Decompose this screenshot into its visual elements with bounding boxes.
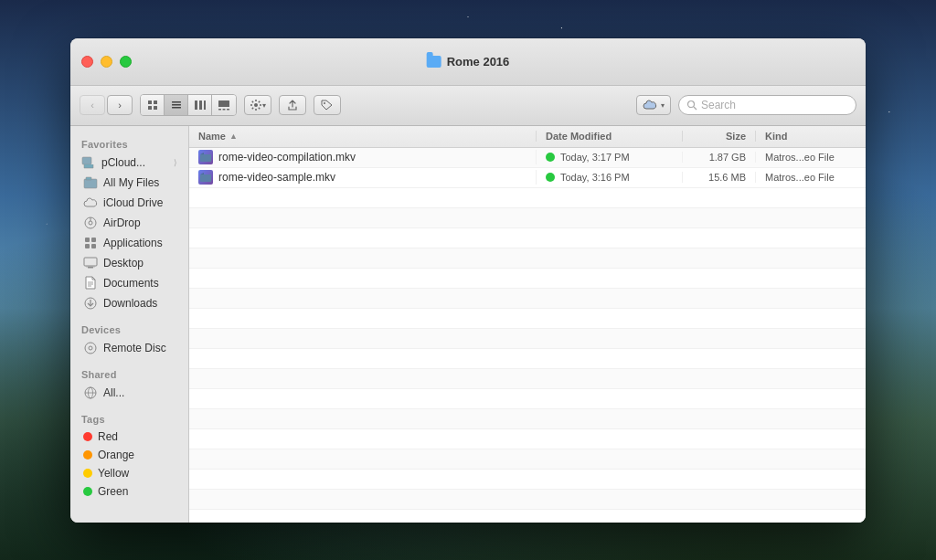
action-button[interactable]: ▾ — [244, 95, 271, 115]
view-buttons — [140, 94, 237, 116]
close-button[interactable] — [81, 56, 93, 68]
empty-row — [189, 329, 866, 349]
sidebar-item-downloads[interactable]: Downloads — [72, 293, 186, 313]
svg-rect-5 — [172, 104, 181, 106]
sidebar-item-airdrop[interactable]: AirDrop — [72, 213, 186, 233]
svg-rect-13 — [227, 109, 229, 111]
share-icon — [287, 100, 298, 111]
search-bar[interactable]: Search — [678, 95, 856, 115]
svg-rect-2 — [148, 106, 152, 110]
file-date-cell: Today, 3:16 PM — [537, 172, 683, 183]
sidebar-item-remote-disc[interactable]: Remote Disc — [72, 338, 186, 358]
empty-row — [189, 248, 866, 269]
cloud-button[interactable]: ▾ — [636, 95, 671, 115]
window-title: Rome 2016 — [447, 55, 510, 69]
search-placeholder: Search — [701, 99, 736, 111]
sidebar-item-tag-orange[interactable]: Orange — [72, 446, 186, 464]
devices-header: Devices — [70, 319, 188, 338]
svg-rect-8 — [199, 100, 202, 110]
documents-icon — [83, 276, 98, 291]
svg-rect-41 — [200, 154, 211, 162]
size-col-label: Size — [726, 131, 746, 142]
file-type-icon — [198, 150, 213, 164]
name-col-label: Name — [198, 131, 226, 142]
share-button[interactable] — [279, 95, 306, 115]
tag-red-label: Red — [98, 430, 118, 443]
sidebar-item-all-shared[interactable]: All... — [72, 383, 186, 403]
gallery-view-button[interactable] — [212, 95, 236, 115]
svg-point-36 — [85, 343, 96, 354]
title-folder-icon — [427, 56, 441, 68]
maximize-button[interactable] — [120, 56, 132, 68]
globe-icon — [83, 386, 98, 400]
svg-rect-18 — [82, 157, 91, 164]
sidebar-item-documents[interactable]: Documents — [72, 273, 186, 293]
empty-row — [189, 228, 866, 248]
sidebar-item-tag-red[interactable]: Red — [72, 428, 186, 446]
shared-header: Shared — [70, 364, 188, 383]
icon-view-button[interactable] — [141, 95, 165, 115]
sidebar-item-tag-green[interactable]: Green — [72, 482, 186, 501]
file-kind: Matros...eo File — [765, 152, 835, 163]
back-button[interactable]: ‹ — [80, 95, 105, 115]
window-title-area: Rome 2016 — [427, 55, 510, 69]
sidebar-item-all-my-files[interactable]: All My Files — [72, 173, 186, 193]
sync-status-icon — [546, 153, 555, 162]
forward-button[interactable]: › — [107, 95, 133, 115]
empty-row — [189, 309, 866, 329]
svg-rect-9 — [204, 100, 206, 110]
desktop-icon — [83, 256, 98, 270]
svg-rect-24 — [85, 238, 90, 242]
svg-rect-7 — [195, 100, 197, 110]
all-my-files-label: All My Files — [103, 176, 159, 189]
kind-column-header[interactable]: Kind — [756, 131, 866, 142]
applications-icon — [83, 236, 98, 250]
svg-point-15 — [324, 102, 325, 104]
empty-row — [189, 409, 866, 429]
sidebar-item-applications[interactable]: Applications — [72, 233, 186, 253]
svg-rect-43 — [200, 174, 211, 182]
file-size-cell: 1.87 GB — [683, 152, 756, 163]
column-view-icon — [194, 100, 207, 111]
file-size-cell: 15.6 MB — [683, 172, 756, 183]
tags-header: Tags — [70, 408, 188, 428]
svg-rect-4 — [172, 101, 181, 103]
file-date-cell: Today, 3:17 PM — [537, 152, 683, 163]
disc-icon — [83, 341, 98, 355]
file-kind: Matros...eo File — [765, 172, 835, 183]
size-column-header[interactable]: Size — [683, 131, 756, 142]
list-view-button[interactable] — [165, 95, 188, 115]
empty-row — [189, 429, 866, 449]
name-column-header[interactable]: Name ▲ — [189, 131, 537, 142]
pcloud-icon — [81, 155, 96, 170]
applications-label: Applications — [103, 237, 163, 249]
date-column-header[interactable]: Date Modified — [537, 131, 683, 142]
empty-row — [189, 389, 866, 409]
finder-window: Rome 2016 ‹ › — [70, 38, 866, 523]
table-row[interactable]: rome-video-compilation.mkv Today, 3:17 P… — [189, 148, 866, 168]
downloads-label: Downloads — [103, 297, 157, 310]
empty-row — [189, 208, 866, 228]
column-view-button[interactable] — [188, 95, 212, 115]
table-row[interactable]: rome-video-sample.mkv Today, 3:16 PM 15.… — [189, 168, 866, 188]
svg-rect-0 — [148, 100, 152, 104]
svg-rect-6 — [172, 107, 181, 109]
airdrop-label: AirDrop — [103, 217, 141, 229]
sidebar-item-desktop[interactable]: Desktop — [72, 253, 186, 273]
icloud-icon — [83, 195, 98, 210]
all-shared-label: All... — [103, 386, 124, 399]
tag-icon — [321, 100, 334, 111]
pcloud-expand-icon: ⟩ — [174, 158, 177, 167]
svg-rect-27 — [91, 244, 96, 248]
svg-point-14 — [254, 103, 258, 107]
sidebar-item-pcloud[interactable]: pCloud... ⟩ — [70, 153, 188, 173]
empty-row — [189, 510, 866, 523]
sidebar-item-icloud[interactable]: iCloud Drive — [72, 193, 186, 213]
search-icon — [686, 100, 697, 111]
date-col-label: Date Modified — [546, 131, 612, 142]
tag-button[interactable] — [314, 95, 341, 115]
minimize-button[interactable] — [101, 56, 112, 68]
sidebar-item-tag-yellow[interactable]: Yellow — [72, 464, 186, 482]
empty-row — [189, 490, 866, 510]
svg-marker-44 — [200, 173, 204, 174]
